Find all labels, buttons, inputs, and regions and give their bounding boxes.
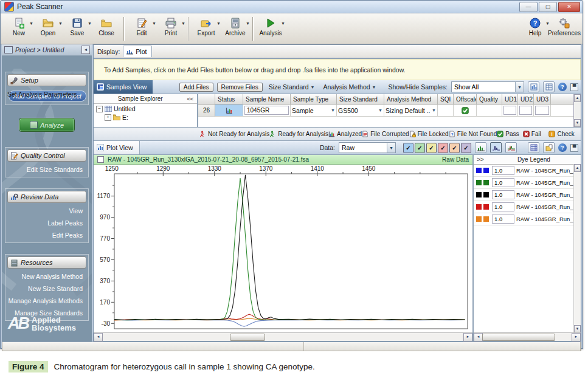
dye-legend-row-0[interactable]: 1.0RAW - 1045GR_Run_3130... [474, 165, 574, 177]
chevron-down-icon[interactable]: ▼ [58, 21, 63, 26]
dye-scale-input[interactable]: 1.0 [492, 178, 514, 187]
chevron-down-icon[interactable]: ▼ [545, 21, 550, 26]
ud3-input[interactable] [535, 106, 549, 115]
dye-color-swatch[interactable] [476, 204, 482, 210]
ud2-input[interactable] [519, 106, 532, 115]
dye-legend-row-4[interactable]: 1.0RAW - 1045GR_Run_3130... [474, 213, 574, 225]
close-button[interactable]: ✕ [558, 2, 580, 12]
tab-plot[interactable]: Plot [123, 46, 152, 57]
toolbar-button-save[interactable]: ▼Save [63, 15, 92, 43]
show-hide-combobox[interactable]: Show All ▼ [451, 81, 524, 92]
column-header-Quality[interactable]: Quality [477, 94, 502, 105]
data-combobox[interactable]: Raw ▼ [339, 142, 396, 153]
legend-horizontal-scrollbar[interactable]: ◄ ► [474, 332, 581, 341]
sidebar-item-label-peaks[interactable]: Label Peaks [7, 218, 86, 227]
toolbar-button-open[interactable]: ▼Open [33, 15, 63, 43]
plot-canvas[interactable]: 1250129013301370141014501170970770570370… [94, 165, 472, 332]
toolbar-button-new[interactable]: ▼New [4, 15, 33, 43]
plot-horizontal-scrollbar[interactable]: ◄ ► [94, 332, 472, 341]
scroll-down-icon[interactable]: ▼ [574, 119, 581, 127]
explorer-collapse-button[interactable]: << [187, 96, 197, 102]
samples-view-tab[interactable]: Samples View [94, 80, 153, 94]
purple-dye-toggle[interactable]: ✓ [461, 143, 471, 153]
table-view-icon[interactable] [543, 81, 555, 92]
chevron-down-icon[interactable]: ▼ [216, 21, 221, 26]
section-header-quality-control[interactable]: Quality Control [7, 149, 86, 162]
add-files-button[interactable]: Add Files [179, 83, 213, 92]
sidebar-item-set-analysis-parameters[interactable]: Set Analysis Parameters [7, 89, 86, 98]
sidebar-item-edit-size-standards[interactable]: Edit Size Standards [7, 165, 86, 174]
ud1-cell[interactable] [502, 105, 518, 117]
chevron-down-icon[interactable]: ▼ [152, 21, 156, 26]
chevron-down-icon[interactable]: ▼ [378, 108, 382, 112]
scroll-left-icon[interactable]: ◄ [94, 333, 103, 342]
dye-scale-input[interactable]: 1.0 [492, 215, 514, 224]
scroll-right-icon[interactable]: ► [572, 333, 581, 342]
dye-color-swatch[interactable] [476, 168, 482, 173]
report-view-icon[interactable] [528, 81, 539, 92]
status-cell[interactable] [215, 105, 243, 117]
column-header-Sample Type[interactable]: Sample Type [291, 94, 337, 105]
tree-item-untitled[interactable]: − Untitled [96, 105, 197, 113]
scrollbar-thumb[interactable] [230, 334, 265, 341]
trace-checkbox[interactable] [97, 156, 104, 163]
red-dye-toggle[interactable]: ✓ [438, 143, 448, 153]
toolbar-button-print[interactable]: ▼Print [156, 15, 185, 43]
help-icon[interactable]: ? [558, 83, 567, 91]
chevron-down-icon[interactable]: ▼ [88, 21, 92, 26]
dye-color-swatch[interactable] [483, 216, 489, 222]
dye-scale-input[interactable]: 1.0 [492, 190, 514, 199]
column-header-UD3[interactable]: UD3 [534, 94, 551, 105]
column-header-Offscale[interactable]: Offscale [454, 94, 477, 105]
tree-item-drive[interactable]: + E: [105, 113, 197, 122]
dye-color-swatch[interactable] [483, 192, 489, 197]
toolbar-button-archive[interactable]: ▼Archive [221, 15, 250, 43]
analyze-button[interactable]: Analyze [19, 118, 74, 131]
row-number[interactable]: 26 [198, 105, 215, 117]
column-header-UD1[interactable]: UD1 [502, 94, 518, 105]
tree-expander-icon[interactable]: + [105, 114, 111, 121]
section-header-resources[interactable]: Resources [7, 256, 86, 269]
dye-scale-input[interactable]: 1.0 [492, 202, 514, 211]
legend-vertical-scrollbar[interactable]: ▲ ▼ [573, 164, 581, 333]
scroll-left-icon[interactable]: ◄ [474, 333, 483, 342]
scroll-up-icon[interactable]: ▲ [574, 164, 581, 172]
dye-color-swatch[interactable] [476, 216, 482, 222]
minimize-button[interactable]: — [519, 2, 538, 12]
remove-files-button[interactable]: Remove Files [217, 83, 263, 92]
toolbar-button-analysis[interactable]: ▼Analysis [256, 15, 285, 43]
column-header-UD2[interactable]: UD2 [518, 94, 534, 105]
ud3-cell[interactable] [534, 105, 551, 117]
toolbar-button-export[interactable]: ▼Export [192, 15, 221, 43]
dye-legend-row-1[interactable]: 1.0RAW - 1045GR_Run_3130... [474, 177, 574, 189]
size-standard-cell[interactable]: GS500▼ [337, 105, 384, 117]
toolbar-button-preferences[interactable]: Preferences [550, 15, 579, 43]
chevron-down-icon[interactable]: ▼ [432, 108, 436, 112]
chevron-down-icon[interactable]: ▼ [181, 21, 185, 26]
dye-color-swatch[interactable] [483, 204, 489, 210]
sample-type-cell[interactable]: Sample▼ [291, 105, 337, 117]
collapse-panel-button[interactable]: ▀ [570, 83, 578, 91]
tree-expander-icon[interactable]: − [96, 106, 103, 112]
legend-expand-button[interactable]: >> [474, 156, 487, 163]
chevron-down-icon[interactable]: ▼ [331, 108, 335, 112]
dye-legend-row-3[interactable]: 1.0RAW - 1045GR_Run_3130... [474, 201, 574, 213]
section-header-setup[interactable]: Setup [7, 74, 86, 86]
sidebar-item-new-analysis-method[interactable]: New Analysis Method [7, 272, 86, 281]
samples-table-scrollbar[interactable]: ▲ ▼ [573, 94, 581, 127]
column-header-Analysis Method[interactable]: Analysis Method [384, 94, 438, 105]
sidebar-item-view[interactable]: View [7, 206, 86, 215]
sidebar-collapse-button[interactable]: ◂ [81, 46, 90, 54]
scrollbar-thumb[interactable] [482, 334, 555, 341]
grid-view-icon[interactable] [528, 142, 539, 153]
sample-name-cell[interactable]: 1045GR [243, 105, 291, 117]
analysis-method-cell[interactable]: Sizing Default ..▼ [384, 105, 438, 117]
export-plot-icon[interactable] [543, 142, 555, 153]
column-header-Status[interactable]: Status [215, 94, 243, 105]
sidebar-item-edit-peaks[interactable]: Edit Peaks [7, 230, 86, 239]
overlay-plots-icon[interactable] [505, 142, 517, 153]
green-dye-toggle[interactable]: ✓ [415, 143, 425, 153]
help-icon[interactable]: ? [558, 143, 567, 152]
scroll-up-icon[interactable]: ▲ [574, 94, 581, 102]
dye-color-swatch[interactable] [476, 192, 482, 197]
